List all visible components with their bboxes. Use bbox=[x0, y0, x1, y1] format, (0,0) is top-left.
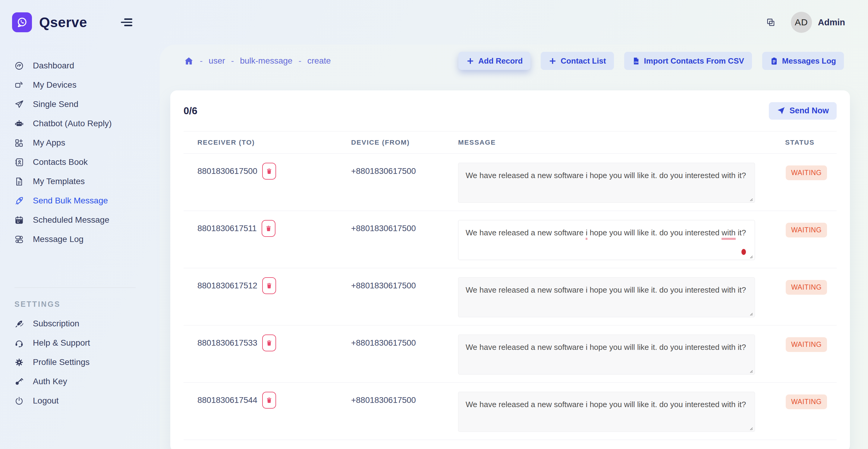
single-send-icon bbox=[14, 100, 24, 109]
apps-icon bbox=[14, 138, 24, 148]
resize-handle-icon[interactable] bbox=[749, 369, 753, 373]
breadcrumb: - user - bulk-message - create bbox=[184, 56, 331, 66]
sidebar-item-chatbot-auto-reply[interactable]: Chatbot (Auto Reply) bbox=[14, 114, 160, 133]
plus-icon bbox=[549, 57, 557, 65]
delete-row-button[interactable] bbox=[262, 334, 276, 351]
import-contacts-from-csv-button[interactable]: CSV Import Contacts From CSV bbox=[624, 52, 752, 70]
avatar[interactable]: AD bbox=[791, 12, 812, 33]
sidebar-item-help-support[interactable]: Help & Support bbox=[14, 333, 160, 353]
trash-icon bbox=[266, 168, 273, 174]
send-now-label: Send Now bbox=[789, 106, 829, 116]
main-content: - user - bulk-message - create Add Recor… bbox=[170, 44, 868, 449]
power-icon bbox=[14, 396, 24, 406]
plus-icon bbox=[466, 57, 474, 65]
brand-name: Qserve bbox=[39, 14, 87, 30]
trash-icon bbox=[265, 225, 272, 232]
sidebar-item-my-devices[interactable]: My Devices bbox=[14, 75, 160, 95]
breadcrumb-separator: - bbox=[231, 56, 234, 66]
breadcrumb-separator: - bbox=[200, 56, 203, 66]
sidebar-item-my-apps[interactable]: My Apps bbox=[14, 133, 160, 153]
sidebar-item-my-templates[interactable]: My Templates bbox=[14, 172, 160, 191]
device-number: +8801830617500 bbox=[351, 220, 458, 268]
sidebar-item-contacts-book[interactable]: Contacts Book bbox=[14, 153, 160, 172]
messages-log-button[interactable]: Messages Log bbox=[762, 52, 844, 70]
resize-handle-icon[interactable] bbox=[749, 254, 753, 259]
table-header: RECEIVER (TO) DEVICE (FROM) MESSAGE STAT… bbox=[184, 131, 837, 154]
col-receiver: RECEIVER (TO) bbox=[197, 139, 351, 147]
subscription-icon bbox=[14, 319, 24, 328]
send-icon bbox=[777, 107, 785, 115]
action-buttons: Add Record Contact List CSV Import Conta… bbox=[458, 52, 844, 70]
breadcrumb-item-bulk-message[interactable]: bulk-message bbox=[240, 56, 292, 66]
whatsapp-logo-icon bbox=[12, 12, 32, 32]
send-now-button[interactable]: Send Now bbox=[769, 102, 837, 120]
device-number: +8801830617500 bbox=[351, 334, 458, 382]
dashboard-icon bbox=[14, 61, 24, 70]
sidebar-item-auth-key[interactable]: Auth Key bbox=[14, 372, 160, 391]
add-record-button[interactable]: Add Record bbox=[458, 52, 530, 70]
hamburger-menu-icon[interactable] bbox=[121, 19, 132, 26]
contact-list-button[interactable]: Contact List bbox=[541, 52, 614, 70]
sidebar-item-dashboard[interactable]: Dashboard bbox=[14, 56, 160, 75]
delete-row-button[interactable] bbox=[262, 163, 276, 180]
sidebar-item-single-send[interactable]: Single Send bbox=[14, 95, 160, 114]
table-row: 8801830617512 +8801830617500 We have rel… bbox=[184, 268, 837, 325]
breadcrumb-item-user[interactable]: user bbox=[209, 56, 225, 66]
receiver-number: 8801830617544 bbox=[197, 395, 257, 405]
status-badge: WAITING bbox=[786, 280, 827, 295]
col-message: MESSAGE bbox=[458, 139, 785, 147]
rocket-icon bbox=[14, 196, 24, 205]
breadcrumb-separator: - bbox=[299, 56, 301, 66]
user-name: Admin bbox=[818, 18, 845, 27]
calendar-icon bbox=[14, 216, 24, 225]
sidebar-item-scheduled-message[interactable]: Scheduled Message bbox=[14, 210, 160, 230]
sidebar-item-logout[interactable]: Logout bbox=[14, 391, 160, 410]
resize-handle-icon[interactable] bbox=[749, 197, 753, 202]
message-textarea[interactable]: We have released a new software i hope y… bbox=[458, 334, 755, 375]
delete-row-button[interactable] bbox=[262, 277, 276, 294]
sidebar-item-send-bulk-message[interactable]: Send Bulk Message bbox=[14, 191, 160, 210]
gear-icon bbox=[14, 358, 24, 367]
key-icon bbox=[14, 377, 24, 386]
message-textarea[interactable]: We have released a new software i hope y… bbox=[458, 277, 755, 317]
clipboard-icon bbox=[770, 57, 778, 65]
home-icon[interactable] bbox=[184, 56, 194, 66]
receiver-number: 8801830617511 bbox=[197, 224, 257, 233]
devices-icon bbox=[14, 81, 24, 90]
resize-handle-icon[interactable] bbox=[749, 426, 753, 430]
sidebar-divider bbox=[14, 287, 135, 288]
device-number: +8801830617500 bbox=[351, 277, 458, 325]
device-number: +8801830617500 bbox=[351, 392, 458, 440]
receiver-number: 8801830617500 bbox=[197, 166, 257, 176]
delete-row-button[interactable] bbox=[262, 392, 276, 409]
trash-icon bbox=[266, 282, 273, 289]
table-row: 8801830617500 +8801830617500 We have rel… bbox=[184, 154, 837, 211]
sidebar-item-message-log[interactable]: Message Log bbox=[14, 230, 160, 249]
device-number: +8801830617500 bbox=[351, 163, 458, 211]
receiver-number: 8801830617533 bbox=[197, 338, 257, 348]
templates-icon bbox=[14, 177, 24, 186]
sidebar-item-subscription[interactable]: Subscription bbox=[14, 314, 160, 333]
topbar-right: AD Admin bbox=[766, 12, 845, 33]
sidebar-nav: Dashboard My Devices Single Send Chatbot… bbox=[0, 56, 160, 249]
message-textarea[interactable]: We have released a new software i hope y… bbox=[458, 220, 755, 260]
csv-file-icon: CSV bbox=[632, 57, 640, 65]
grammar-checker-dot[interactable] bbox=[741, 249, 746, 255]
status-badge: WAITING bbox=[786, 165, 827, 180]
contacts-icon bbox=[14, 158, 24, 167]
message-textarea[interactable]: We have released a new software i hope y… bbox=[458, 392, 755, 432]
delete-row-button[interactable] bbox=[261, 220, 276, 237]
table-row: 8801830617533 +8801830617500 We have rel… bbox=[184, 325, 837, 383]
brand: Qserve bbox=[12, 12, 87, 32]
table-row: 8801830617544 +8801830617500 We have rel… bbox=[184, 383, 837, 440]
message-textarea[interactable]: We have released a new software i hope y… bbox=[458, 163, 755, 203]
copy-icon[interactable] bbox=[766, 18, 776, 27]
bulk-message-card: 0/6 Send Now RECEIVER (TO) DEVICE (FROM)… bbox=[170, 90, 850, 449]
resize-handle-icon[interactable] bbox=[749, 312, 753, 316]
chatbot-icon bbox=[14, 119, 24, 128]
table-row: 8801830617511 +8801830617500 We have rel… bbox=[184, 211, 837, 268]
breadcrumb-item-create[interactable]: create bbox=[307, 56, 331, 66]
sidebar-item-profile-settings[interactable]: Profile Settings bbox=[14, 353, 160, 372]
status-badge: WAITING bbox=[786, 394, 827, 409]
progress-counter: 0/6 bbox=[184, 105, 197, 117]
